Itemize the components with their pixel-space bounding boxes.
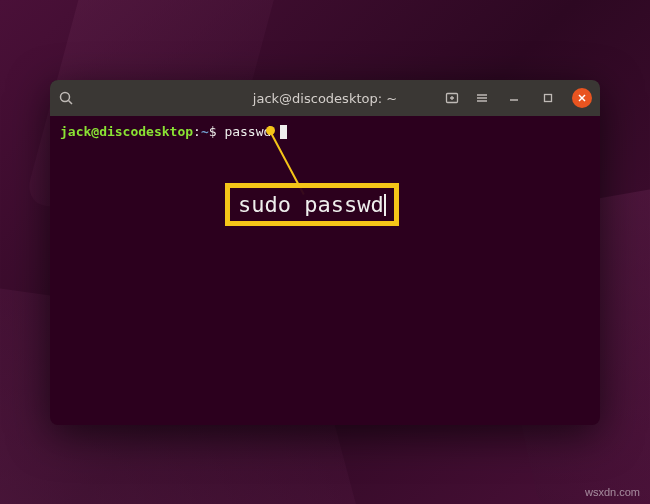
window-titlebar: jack@discodesktop: ~ [50, 80, 600, 116]
minimize-button[interactable] [504, 88, 524, 108]
callout-text: sudo passwd [238, 192, 384, 217]
callout-box: sudo passwd [225, 183, 399, 226]
svg-rect-9 [545, 95, 552, 102]
window-title: jack@discodesktop: ~ [253, 91, 397, 106]
svg-line-1 [69, 101, 73, 105]
terminal-window: jack@discodesktop: ~ [50, 80, 600, 425]
terminal-cursor [280, 125, 287, 139]
close-button[interactable] [572, 88, 592, 108]
callout-dot [266, 126, 275, 135]
typed-command: passwd [224, 124, 271, 139]
prompt-line: jack@discodesktop:~$ passwd [60, 124, 590, 141]
prompt-path: ~ [201, 124, 209, 139]
svg-point-0 [61, 93, 70, 102]
prompt-user-host: jack@discodesktop [60, 124, 193, 139]
search-icon[interactable] [58, 90, 74, 106]
maximize-button[interactable] [538, 88, 558, 108]
menu-icon[interactable] [474, 90, 490, 106]
prompt-separator: : [193, 124, 201, 139]
prompt-symbol: $ [209, 124, 217, 139]
new-tab-icon[interactable] [444, 90, 460, 106]
watermark: wsxdn.com [585, 486, 640, 498]
terminal-body[interactable]: jack@discodesktop:~$ passwd [50, 116, 600, 425]
callout-cursor [384, 194, 386, 216]
